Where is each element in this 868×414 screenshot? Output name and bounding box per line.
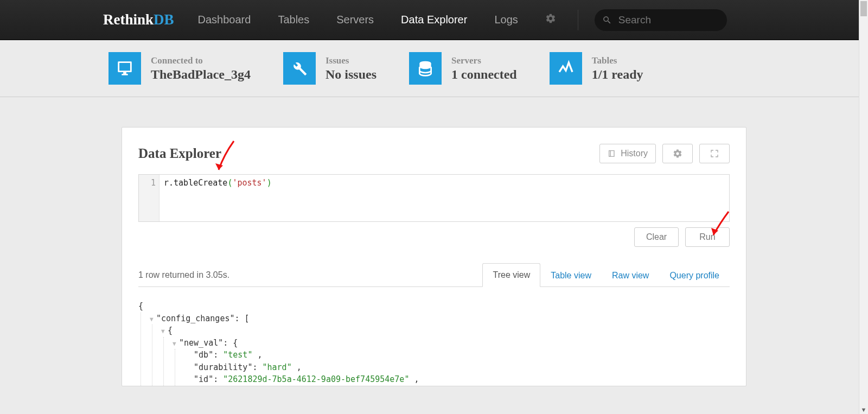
- comma: ,: [252, 350, 262, 360]
- panel-title: Data Explorer: [138, 146, 221, 161]
- open-bracket: : [: [235, 314, 250, 323]
- logo-prefix: Rethink: [103, 11, 154, 28]
- line-number: 1: [139, 178, 156, 188]
- status-tables-label: Tables: [592, 55, 643, 66]
- code-fn: r.tableCreate: [164, 178, 227, 188]
- history-icon: [608, 149, 616, 158]
- editor-toolbar: History: [599, 144, 730, 163]
- key-durability: "durability": [194, 362, 252, 372]
- status-servers-label: Servers: [451, 55, 517, 66]
- tab-query-profile[interactable]: Query profile: [659, 264, 730, 287]
- status-tables: Tables 1/1 ready: [550, 52, 643, 85]
- tree-brace: {: [138, 300, 730, 313]
- logo-suffix: DB: [154, 11, 174, 28]
- nav-divider: [578, 10, 578, 30]
- tab-table-view[interactable]: Table view: [540, 264, 602, 287]
- editor-actions: Clear Run: [138, 227, 730, 247]
- comma: ,: [409, 374, 419, 384]
- history-button[interactable]: History: [599, 144, 656, 163]
- history-label: History: [621, 149, 648, 158]
- options-button[interactable]: [662, 144, 693, 163]
- code-close: ): [267, 178, 272, 188]
- inner-brace: {: [168, 326, 173, 335]
- search-input[interactable]: [617, 14, 719, 27]
- status-issues-label: Issues: [326, 55, 376, 66]
- key-id: "id": [194, 374, 213, 384]
- status-servers: Servers 1 connected: [409, 52, 517, 85]
- editor-gutter: 1: [139, 175, 159, 221]
- nav-item-dashboard[interactable]: Dashboard: [198, 14, 251, 26]
- key-db: "db": [194, 350, 213, 360]
- nav-item-servers[interactable]: Servers: [336, 14, 374, 26]
- search-icon: [602, 15, 612, 25]
- result-tabs: Tree view Table view Raw view Query prof…: [482, 263, 730, 286]
- status-issues: Issues No issues: [283, 52, 376, 85]
- clear-button[interactable]: Clear: [634, 227, 679, 247]
- status-issues-value: No issues: [326, 67, 376, 82]
- comma: ,: [292, 362, 302, 372]
- database-icon: [409, 52, 442, 85]
- search-box[interactable]: [595, 9, 727, 31]
- val-db: "test": [223, 350, 252, 360]
- monitor-icon: [108, 52, 141, 85]
- key-new-val: "new_val": [179, 338, 223, 348]
- top-nav: RethinkDB Dashboard Tables Servers Data …: [0, 0, 868, 40]
- page-scrollbar[interactable]: ▼: [859, 0, 868, 414]
- val-durability: "hard": [263, 362, 292, 372]
- tab-tree-view[interactable]: Tree view: [482, 263, 540, 287]
- scroll-down-icon[interactable]: ▼: [859, 406, 868, 413]
- key-config-changes: "config_changes": [156, 314, 235, 323]
- activity-icon: [550, 52, 582, 85]
- editor-code[interactable]: r.tableCreate('posts'): [159, 175, 729, 221]
- result-tree: { ▼"config_changes": [ ▼{ ▼"new_val": { …: [138, 287, 730, 386]
- caret-icon[interactable]: ▼: [150, 315, 156, 324]
- tab-raw-view[interactable]: Raw view: [602, 264, 659, 287]
- data-explorer-panel: Data Explorer History 1 r.tableCreate('p…: [122, 127, 746, 386]
- status-connected-label: Connected to: [151, 55, 251, 66]
- caret-icon[interactable]: ▼: [161, 327, 168, 336]
- status-connected-value: TheBadPlace_3g4: [151, 67, 251, 82]
- nav-item-tables[interactable]: Tables: [278, 14, 309, 26]
- gear-icon: [545, 13, 556, 24]
- status-servers-value: 1 connected: [451, 67, 517, 82]
- results-header: 1 row returned in 3.05s. Tree view Table…: [138, 263, 730, 287]
- val-id: "2621829d-7b5a-4612-9a09-bef745954e7e": [223, 374, 409, 384]
- code-string: 'posts': [232, 178, 266, 188]
- open-brace: : {: [223, 338, 238, 348]
- scrollbar-thumb[interactable]: [860, 1, 867, 16]
- fullscreen-icon: [710, 149, 719, 158]
- status-bar: Connected to TheBadPlace_3g4 Issues No i…: [0, 40, 868, 97]
- settings-button[interactable]: [545, 13, 556, 27]
- result-status: 1 row returned in 3.05s.: [138, 270, 229, 286]
- status-connected: Connected to TheBadPlace_3g4: [108, 52, 251, 85]
- run-button[interactable]: Run: [685, 227, 730, 247]
- fullscreen-button[interactable]: [699, 144, 730, 163]
- nav-item-logs[interactable]: Logs: [494, 14, 518, 26]
- caret-icon[interactable]: ▼: [173, 340, 179, 349]
- nav-item-data-explorer[interactable]: Data Explorer: [401, 14, 467, 26]
- query-editor[interactable]: 1 r.tableCreate('posts'): [138, 174, 730, 222]
- wrench-icon: [283, 52, 316, 85]
- gear-icon: [673, 149, 682, 158]
- status-tables-value: 1/1 ready: [592, 67, 643, 82]
- logo[interactable]: RethinkDB: [103, 11, 174, 28]
